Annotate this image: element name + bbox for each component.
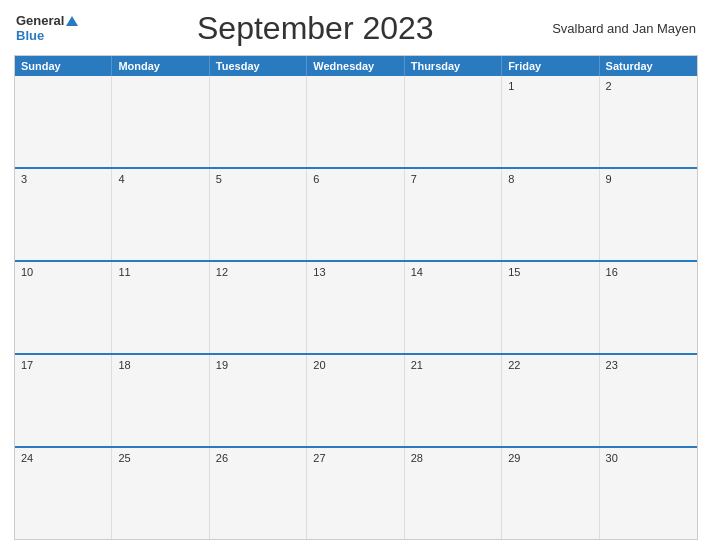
day-cell bbox=[112, 76, 209, 167]
day-number: 11 bbox=[118, 266, 130, 278]
day-cell: 14 bbox=[405, 262, 502, 353]
day-number: 26 bbox=[216, 452, 228, 464]
day-number: 14 bbox=[411, 266, 423, 278]
day-cell: 5 bbox=[210, 169, 307, 260]
day-cell: 25 bbox=[112, 448, 209, 539]
day-number: 13 bbox=[313, 266, 325, 278]
day-cell: 11 bbox=[112, 262, 209, 353]
day-number: 7 bbox=[411, 173, 417, 185]
day-cell: 8 bbox=[502, 169, 599, 260]
day-number: 2 bbox=[606, 80, 612, 92]
week-row-2: 3456789 bbox=[15, 167, 697, 260]
day-number: 30 bbox=[606, 452, 618, 464]
week-row-5: 24252627282930 bbox=[15, 446, 697, 539]
day-cell: 18 bbox=[112, 355, 209, 446]
day-cell bbox=[210, 76, 307, 167]
day-cell bbox=[405, 76, 502, 167]
day-number: 10 bbox=[21, 266, 33, 278]
region-label: Svalbard and Jan Mayen bbox=[552, 21, 696, 36]
day-header-monday: Monday bbox=[112, 56, 209, 76]
day-cell: 24 bbox=[15, 448, 112, 539]
calendar-grid: SundayMondayTuesdayWednesdayThursdayFrid… bbox=[14, 55, 698, 540]
day-number: 6 bbox=[313, 173, 319, 185]
day-number: 23 bbox=[606, 359, 618, 371]
weeks-container: 1234567891011121314151617181920212223242… bbox=[15, 76, 697, 539]
day-cell: 2 bbox=[600, 76, 697, 167]
day-cell: 26 bbox=[210, 448, 307, 539]
day-number: 17 bbox=[21, 359, 33, 371]
day-number: 12 bbox=[216, 266, 228, 278]
day-number: 27 bbox=[313, 452, 325, 464]
week-row-4: 17181920212223 bbox=[15, 353, 697, 446]
day-number: 21 bbox=[411, 359, 423, 371]
day-number: 4 bbox=[118, 173, 124, 185]
day-number: 9 bbox=[606, 173, 612, 185]
day-headers: SundayMondayTuesdayWednesdayThursdayFrid… bbox=[15, 56, 697, 76]
day-cell: 15 bbox=[502, 262, 599, 353]
day-number: 18 bbox=[118, 359, 130, 371]
day-number: 25 bbox=[118, 452, 130, 464]
day-header-friday: Friday bbox=[502, 56, 599, 76]
day-header-wednesday: Wednesday bbox=[307, 56, 404, 76]
day-cell: 29 bbox=[502, 448, 599, 539]
calendar-container: General Blue September 2023 Svalbard and… bbox=[0, 0, 712, 550]
day-number: 20 bbox=[313, 359, 325, 371]
day-cell: 10 bbox=[15, 262, 112, 353]
day-cell: 4 bbox=[112, 169, 209, 260]
day-cell: 16 bbox=[600, 262, 697, 353]
day-number: 29 bbox=[508, 452, 520, 464]
day-cell: 30 bbox=[600, 448, 697, 539]
logo-general-text: General bbox=[16, 14, 64, 28]
day-cell: 23 bbox=[600, 355, 697, 446]
day-number: 16 bbox=[606, 266, 618, 278]
logo-blue-text: Blue bbox=[16, 29, 44, 43]
day-number: 1 bbox=[508, 80, 514, 92]
day-cell: 1 bbox=[502, 76, 599, 167]
calendar-header: General Blue September 2023 Svalbard and… bbox=[14, 10, 698, 47]
day-number: 15 bbox=[508, 266, 520, 278]
month-title: September 2023 bbox=[78, 10, 552, 47]
day-cell: 7 bbox=[405, 169, 502, 260]
day-cell: 3 bbox=[15, 169, 112, 260]
day-cell: 22 bbox=[502, 355, 599, 446]
day-cell: 13 bbox=[307, 262, 404, 353]
day-cell bbox=[307, 76, 404, 167]
day-number: 22 bbox=[508, 359, 520, 371]
day-cell bbox=[15, 76, 112, 167]
day-header-saturday: Saturday bbox=[600, 56, 697, 76]
day-cell: 28 bbox=[405, 448, 502, 539]
day-cell: 12 bbox=[210, 262, 307, 353]
day-header-thursday: Thursday bbox=[405, 56, 502, 76]
day-header-tuesday: Tuesday bbox=[210, 56, 307, 76]
day-number: 28 bbox=[411, 452, 423, 464]
week-row-1: 12 bbox=[15, 76, 697, 167]
day-cell: 6 bbox=[307, 169, 404, 260]
day-cell: 21 bbox=[405, 355, 502, 446]
day-cell: 19 bbox=[210, 355, 307, 446]
day-cell: 20 bbox=[307, 355, 404, 446]
logo: General Blue bbox=[16, 14, 78, 43]
day-header-sunday: Sunday bbox=[15, 56, 112, 76]
day-number: 8 bbox=[508, 173, 514, 185]
day-cell: 9 bbox=[600, 169, 697, 260]
day-number: 5 bbox=[216, 173, 222, 185]
day-number: 24 bbox=[21, 452, 33, 464]
week-row-3: 10111213141516 bbox=[15, 260, 697, 353]
logo-triangle-icon bbox=[66, 16, 78, 26]
day-number: 19 bbox=[216, 359, 228, 371]
day-number: 3 bbox=[21, 173, 27, 185]
day-cell: 17 bbox=[15, 355, 112, 446]
day-cell: 27 bbox=[307, 448, 404, 539]
